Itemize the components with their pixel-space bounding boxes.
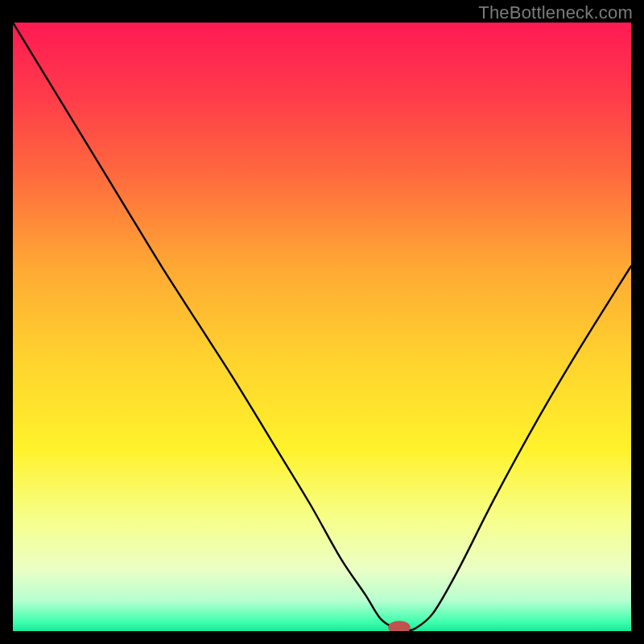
chart-background (13, 23, 631, 631)
bottleneck-chart (13, 23, 631, 631)
chart-stage: TheBottleneck.com (0, 0, 644, 644)
watermark-text: TheBottleneck.com (478, 2, 633, 23)
